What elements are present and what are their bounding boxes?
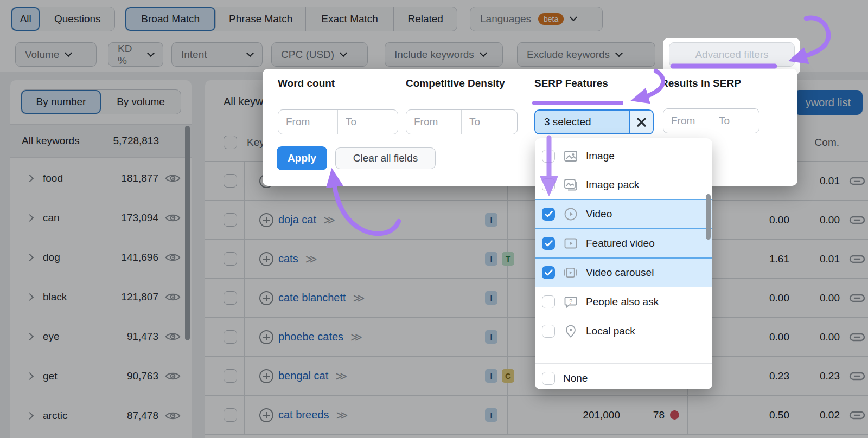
serp-features-label: SERP Features [534, 78, 608, 89]
results-in-serp-label: Results in SERP [661, 78, 741, 89]
option-label: Image [586, 150, 615, 162]
serp-feature-option[interactable]: Featured video [535, 229, 712, 258]
clear-serp-features-button[interactable] [629, 111, 653, 133]
option-label: None [563, 372, 588, 384]
competitive-density-from-input[interactable] [406, 110, 462, 134]
people-also-ask-icon: ? [563, 295, 578, 308]
option-label: Video carousel [586, 267, 654, 279]
video-icon [563, 207, 578, 221]
word-count-label: Word count [278, 78, 335, 89]
local-pack-icon [563, 324, 578, 338]
option-label: Local pack [586, 325, 635, 337]
option-checkbox[interactable] [542, 266, 555, 279]
close-icon [636, 117, 647, 127]
word-count-to-input[interactable] [338, 110, 398, 134]
image-pack-icon [563, 178, 578, 191]
option-checkbox[interactable] [542, 237, 555, 250]
option-checkbox[interactable] [542, 295, 555, 308]
dropdown-scrollbar[interactable] [706, 194, 711, 240]
results-in-serp-from-input[interactable] [663, 109, 711, 133]
serp-features-multiselect[interactable]: 3 selected [534, 110, 654, 134]
featured-video-icon [563, 237, 578, 250]
option-label: Image pack [586, 179, 639, 191]
svg-text:?: ? [569, 298, 572, 305]
results-in-serp-to-input[interactable] [711, 109, 759, 133]
word-count-range [278, 110, 398, 134]
serp-feature-option[interactable]: Video [535, 199, 712, 229]
keyword-magic-tool-screen: All Questions Broad Match Phrase Match E… [0, 0, 868, 438]
serp-feature-option[interactable]: Local pack [535, 317, 712, 346]
serp-feature-option[interactable]: Image pack [535, 170, 712, 199]
video-carousel-icon [563, 266, 578, 279]
advanced-filters-popup: Word count Competitive Density SERP Feat… [263, 69, 797, 186]
clear-all-fields-button[interactable]: Clear all fields [335, 147, 436, 169]
serp-feature-option[interactable]: None [535, 363, 712, 389]
serp-feature-option[interactable]: Image [535, 141, 712, 171]
serp-feature-option[interactable]: Video carousel [535, 258, 712, 287]
option-label: Video [586, 208, 612, 220]
option-checkbox[interactable] [542, 150, 555, 163]
results-in-serp-range [663, 108, 760, 133]
word-count-from-input[interactable] [278, 110, 338, 134]
competitive-density-label: Competitive Density [406, 78, 505, 89]
competitive-density-range [406, 110, 518, 134]
image-icon [563, 150, 578, 163]
option-checkbox[interactable] [542, 325, 555, 338]
serp-feature-option[interactable]: ?People also ask [535, 287, 712, 317]
option-checkbox[interactable] [542, 372, 555, 385]
option-checkbox[interactable] [542, 208, 555, 221]
apply-button[interactable]: Apply [277, 146, 327, 170]
serp-features-dropdown: Image Image pack Video Featured video Vi… [535, 138, 712, 389]
option-label: People also ask [586, 296, 659, 308]
competitive-density-to-input[interactable] [462, 110, 517, 134]
option-label: Featured video [586, 237, 655, 249]
serp-features-selected-count: 3 selected [535, 111, 629, 133]
advanced-filters-button[interactable]: Advanced filters [669, 42, 795, 67]
option-checkbox[interactable] [542, 178, 555, 191]
